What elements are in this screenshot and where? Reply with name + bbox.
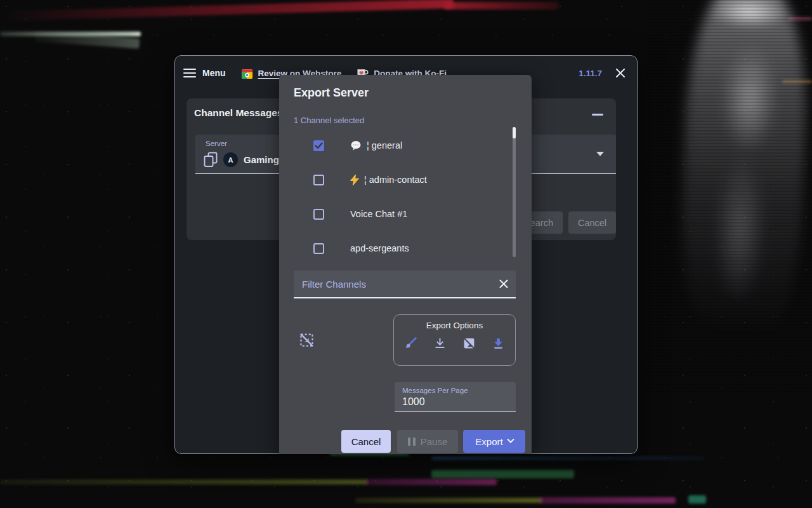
hamburger-menu-icon[interactable] <box>183 69 196 77</box>
selected-count-label: 1 Channel selected <box>294 116 364 125</box>
glitch-streak <box>431 470 574 478</box>
checkbox-unchecked[interactable] <box>313 243 324 254</box>
modal-title: Export Server <box>294 86 369 100</box>
export-options-title: Export Options <box>394 321 515 330</box>
panel-cancel-button[interactable]: Cancel <box>568 211 616 234</box>
export-button[interactable]: Export <box>463 430 525 453</box>
modal-cancel-button[interactable]: Cancel <box>341 430 391 453</box>
export-server-modal: Export Server 1 Channel selected ¦ gener… <box>279 75 532 454</box>
channel-row[interactable]: Voice Chat #1 <box>279 197 508 231</box>
messages-per-page-field: Messages Per Page <box>395 382 516 412</box>
deselect-all-button[interactable] <box>298 331 315 349</box>
speech-balloon-icon <box>350 140 362 151</box>
version-label: 1.11.7 <box>579 69 602 78</box>
copy-icon[interactable] <box>204 152 218 168</box>
glitch-streak <box>0 479 368 485</box>
app-window: Menu Review on Webstore Donate with Ko-F… <box>174 55 638 454</box>
glitch-scanlines <box>647 0 812 394</box>
channel-name: Voice Chat #1 <box>350 209 407 219</box>
deselect-icon <box>298 331 315 349</box>
filter-channels-field <box>294 271 516 298</box>
channel-name: ¦ general <box>367 140 402 150</box>
messages-per-page-input[interactable] <box>402 396 504 408</box>
filter-channels-input[interactable] <box>302 271 492 297</box>
pause-icon <box>408 438 416 446</box>
panel-title: Channel Messages <box>194 107 283 119</box>
download-filled-icon[interactable] <box>492 337 505 350</box>
image-off-icon[interactable] <box>462 337 476 350</box>
pause-button[interactable]: Pause <box>397 430 458 453</box>
modal-cancel-label: Cancel <box>351 436 381 447</box>
checkbox-checked[interactable] <box>313 140 324 151</box>
menu-button[interactable]: Menu <box>202 68 226 78</box>
channel-row[interactable]: ¦ admin-contact <box>279 163 508 197</box>
clear-filter-icon[interactable] <box>499 279 509 289</box>
close-icon[interactable] <box>615 67 626 79</box>
glitch-streak <box>444 2 558 10</box>
scrollbar-thumb[interactable] <box>513 127 516 138</box>
collapse-icon[interactable] <box>592 114 603 116</box>
export-label: Export <box>475 436 502 447</box>
server-field-label: Server <box>206 140 227 147</box>
server-name: Gaming- <box>244 154 282 165</box>
chevron-down-icon <box>596 152 604 156</box>
glitch-streak <box>539 497 676 504</box>
glitch-streak <box>365 479 497 485</box>
checkbox-unchecked[interactable] <box>313 175 324 185</box>
chevron-down-icon <box>507 436 514 443</box>
glitch-streak <box>688 495 706 504</box>
download-outline-icon[interactable] <box>433 337 447 350</box>
channel-row[interactable]: apd-sergeants <box>279 231 508 265</box>
glitch-streak <box>431 457 704 460</box>
channel-row[interactable]: ¦ general <box>279 128 508 163</box>
server-row: A Gaming- <box>204 152 282 168</box>
pause-label: Pause <box>421 436 448 447</box>
glitch-streak <box>355 498 542 503</box>
channel-name: ¦ admin-contact <box>364 175 427 185</box>
server-avatar: A <box>223 152 238 167</box>
checkbox-unchecked[interactable] <box>313 209 324 220</box>
chrome-webstore-icon <box>241 67 253 79</box>
channel-list-scrollbar[interactable] <box>513 127 516 257</box>
messages-per-page-label: Messages Per Page <box>402 387 468 394</box>
channel-name: apd-sergeants <box>350 243 409 253</box>
export-options-group: Export Options <box>393 314 516 366</box>
brush-icon[interactable] <box>404 337 417 350</box>
lightning-bolt-icon <box>350 175 359 185</box>
